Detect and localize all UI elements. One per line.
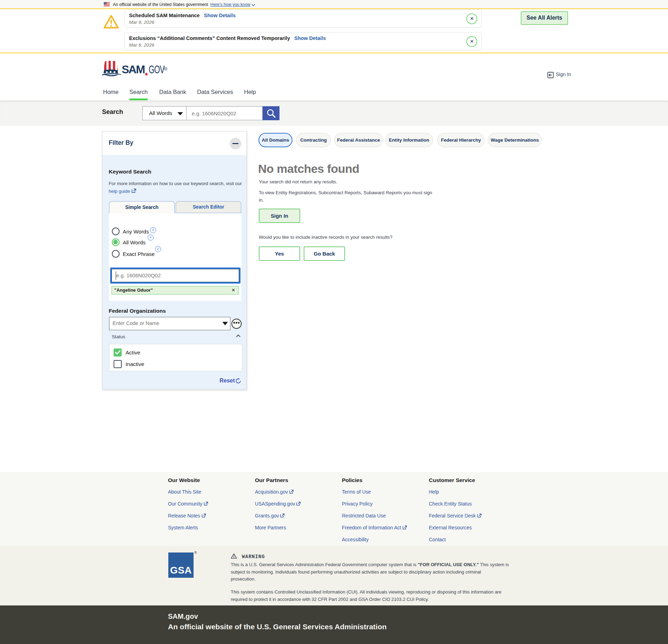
svg-text:R: R bbox=[165, 68, 167, 70]
svg-text:GOV: GOV bbox=[149, 63, 165, 76]
svg-text:SAM: SAM bbox=[122, 63, 144, 76]
